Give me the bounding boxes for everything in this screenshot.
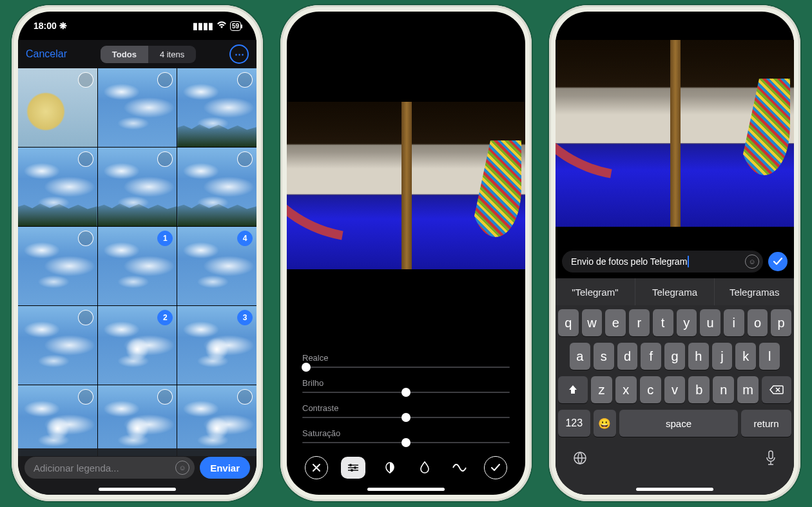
home-indicator[interactable]	[636, 488, 713, 491]
curves-tool-icon[interactable]	[449, 457, 470, 479]
key-m[interactable]: m	[737, 376, 759, 403]
key-x[interactable]: x	[615, 376, 637, 403]
photo-thumbnail[interactable]: 3	[177, 306, 256, 385]
seg-all[interactable]: Todos	[101, 46, 148, 63]
caption-input[interactable]: Envio de fotos pelo Telegram ☺	[562, 251, 763, 273]
mic-icon[interactable]	[764, 450, 777, 470]
selection-badge[interactable]	[157, 151, 173, 167]
slider-thumb[interactable]	[302, 363, 311, 372]
key-v[interactable]: v	[664, 376, 686, 403]
suggestion[interactable]: Telegramas	[715, 278, 794, 305]
photo-thumbnail[interactable]	[18, 385, 97, 456]
selection-badge[interactable]	[78, 389, 93, 405]
photo-thumbnail[interactable]	[18, 68, 97, 147]
slider-label: Realce	[302, 353, 510, 363]
key-y[interactable]: y	[677, 309, 697, 336]
selection-badge[interactable]: 4	[237, 231, 253, 246]
selection-badge[interactable]	[78, 72, 93, 88]
selection-badge[interactable]	[157, 389, 173, 405]
key-o[interactable]: o	[748, 309, 768, 336]
selection-badge[interactable]: 3	[237, 310, 253, 325]
segmented-control[interactable]: Todos 4 itens	[101, 46, 196, 63]
key-n[interactable]: n	[713, 376, 734, 403]
slider-realce[interactable]: Realce	[302, 353, 510, 368]
key-s[interactable]: s	[594, 343, 614, 370]
slider-thumb[interactable]	[401, 388, 411, 397]
globe-icon[interactable]	[572, 450, 588, 470]
key-emoji[interactable]: 😀	[594, 410, 616, 437]
selection-badge[interactable]: 2	[157, 310, 173, 325]
key-j[interactable]: j	[712, 343, 733, 370]
suggestion[interactable]: "Telegram"	[556, 278, 635, 305]
key-z[interactable]: z	[591, 376, 612, 403]
selection-badge[interactable]: 1	[157, 231, 173, 246]
key-c[interactable]: c	[640, 376, 661, 403]
photo-thumbnail[interactable]	[177, 148, 256, 226]
photo-thumbnail[interactable]	[177, 68, 256, 147]
filter-tool-icon[interactable]	[379, 457, 401, 479]
selection-badge[interactable]	[237, 389, 253, 405]
adjust-tool-icon[interactable]	[341, 457, 365, 479]
selection-badge[interactable]	[78, 310, 93, 325]
photo-thumbnail[interactable]: 2	[98, 306, 177, 385]
photo-thumbnail[interactable]	[98, 385, 177, 456]
seg-count[interactable]: 4 itens	[148, 46, 196, 63]
photo-preview[interactable]	[556, 40, 794, 227]
cancel-edit-button[interactable]	[305, 456, 328, 479]
key-l[interactable]: l	[759, 343, 780, 370]
slider-saturação[interactable]: Saturação	[302, 428, 510, 443]
home-indicator[interactable]	[367, 488, 445, 491]
emoji-icon[interactable]: ☺	[175, 461, 189, 475]
home-indicator[interactable]	[99, 488, 176, 491]
key-t[interactable]: t	[653, 309, 673, 336]
photo-thumbnail[interactable]	[98, 148, 177, 226]
emoji-icon[interactable]: ☺	[745, 254, 759, 269]
key-e[interactable]: e	[605, 309, 626, 336]
more-button[interactable]: ⋯	[229, 44, 249, 64]
key-123[interactable]: 123	[558, 410, 590, 437]
selection-badge[interactable]	[157, 72, 173, 88]
selection-badge[interactable]	[237, 151, 253, 167]
key-a[interactable]: a	[570, 343, 590, 370]
key-g[interactable]: g	[664, 343, 685, 370]
key-i[interactable]: i	[724, 309, 744, 336]
photo-thumbnail[interactable]	[18, 227, 97, 305]
photo-thumbnail[interactable]	[18, 306, 97, 385]
key-d[interactable]: d	[617, 343, 638, 370]
key-space[interactable]: space	[619, 410, 738, 437]
slider-brilho[interactable]: Brilho	[302, 378, 510, 393]
slider-contraste[interactable]: Contraste	[302, 403, 510, 418]
edit-preview[interactable]	[287, 102, 525, 269]
selection-badge[interactable]	[237, 72, 253, 88]
confirm-edit-button[interactable]	[484, 456, 507, 479]
send-button[interactable]	[768, 252, 788, 271]
key-shift[interactable]	[558, 376, 588, 403]
key-r[interactable]: r	[629, 309, 650, 336]
key-k[interactable]: k	[735, 343, 756, 370]
key-b[interactable]: b	[688, 376, 710, 403]
key-q[interactable]: q	[558, 309, 579, 336]
key-f[interactable]: f	[641, 343, 661, 370]
selection-badge[interactable]	[78, 231, 93, 246]
app-badge-icon: ❋	[59, 21, 67, 31]
photo-thumbnail[interactable]: 4	[177, 227, 256, 305]
selection-badge[interactable]	[78, 151, 93, 167]
photo-thumbnail[interactable]	[18, 148, 97, 226]
blur-tool-icon[interactable]	[414, 457, 436, 479]
caption-input[interactable]: Adicionar legenda... ☺	[24, 457, 195, 479]
send-button[interactable]: Enviar	[200, 457, 250, 479]
photo-thumbnail[interactable]	[98, 68, 177, 147]
suggestion[interactable]: Telegrama	[635, 278, 715, 305]
photo-thumbnail[interactable]	[177, 385, 256, 456]
key-return[interactable]: return	[741, 410, 791, 437]
photo-thumbnail[interactable]: 1	[98, 227, 177, 305]
caption-text: Envio de fotos pelo Telegram	[571, 256, 687, 267]
slider-thumb[interactable]	[401, 413, 411, 422]
key-w[interactable]: w	[582, 309, 603, 336]
key-p[interactable]: p	[771, 309, 791, 336]
cancel-button[interactable]: Cancelar	[26, 48, 67, 60]
key-u[interactable]: u	[700, 309, 720, 336]
key-backspace[interactable]	[762, 376, 791, 403]
slider-thumb[interactable]	[401, 438, 411, 447]
key-h[interactable]: h	[688, 343, 709, 370]
